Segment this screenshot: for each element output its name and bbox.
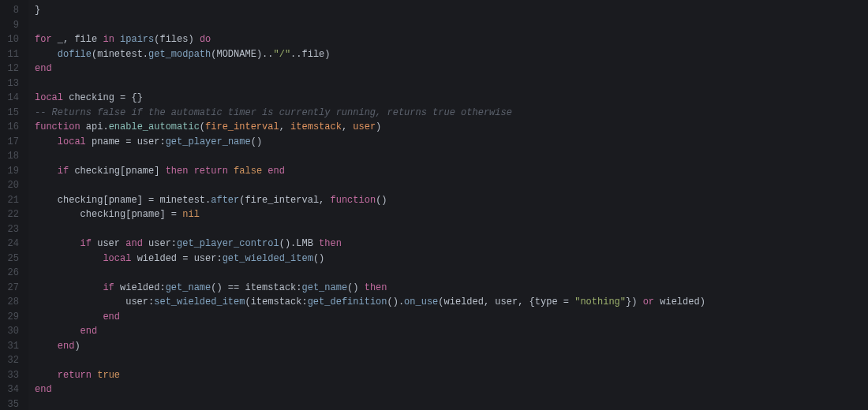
- code-line[interactable]: [35, 18, 868, 33]
- token-id: user: [92, 238, 125, 249]
- token-id: [35, 341, 58, 352]
- token-kw: and: [125, 238, 143, 249]
- code-line[interactable]: -- Returns false if the automatic timer …: [35, 106, 868, 121]
- token-p: ): [324, 49, 330, 60]
- line-number: 26: [0, 266, 19, 281]
- code-line[interactable]: return true: [35, 368, 868, 383]
- line-number: 22: [0, 207, 19, 222]
- token-p: , {: [518, 296, 535, 308]
- token-kw: end: [35, 384, 52, 395]
- token-p: :: [216, 253, 222, 264]
- token-kw: function: [35, 121, 80, 132]
- token-p: }): [626, 296, 643, 308]
- code-line[interactable]: local wielded = user:get_wielded_item(): [35, 252, 868, 266]
- token-id: type: [535, 296, 563, 308]
- line-number: 21: [0, 193, 19, 208]
- token-p: ): [700, 296, 705, 308]
- code-line[interactable]: function api.enable_automatic(fire_inter…: [35, 120, 868, 135]
- code-line[interactable]: [35, 353, 868, 368]
- code-line[interactable]: end: [35, 62, 868, 76]
- line-number: 24: [0, 237, 19, 252]
- code-line[interactable]: end): [35, 339, 868, 354]
- token-p: (): [211, 282, 228, 293]
- token-fncall: get_player_control: [177, 238, 279, 249]
- token-op: =: [171, 209, 182, 220]
- token-kw: end: [35, 63, 52, 74]
- code-line[interactable]: [35, 397, 868, 411]
- code-line[interactable]: [35, 178, 868, 193]
- token-p: (: [438, 296, 443, 308]
- token-p: {}: [131, 92, 142, 103]
- token-p: :: [159, 282, 165, 293]
- code-line[interactable]: local checking = {}: [35, 91, 868, 106]
- line-number: 13: [0, 76, 19, 91]
- token-fncall: on_use: [404, 296, 438, 308]
- code-line[interactable]: if checking[pname] then return false end: [35, 164, 868, 179]
- token-p: .: [103, 121, 108, 132]
- line-number: 35: [0, 397, 19, 411]
- token-p: ,: [279, 121, 290, 132]
- token-id: minetest: [97, 49, 143, 60]
- code-line[interactable]: end: [35, 382, 868, 397]
- code-line[interactable]: [35, 266, 868, 281]
- token-p: [: [103, 195, 108, 206]
- code-editor[interactable]: 8910111213141516171819202122232425262728…: [0, 0, 868, 410]
- code-line[interactable]: }: [35, 3, 868, 18]
- token-id: LMB: [296, 238, 319, 249]
- token-kw: local: [35, 92, 63, 103]
- token-p: ]: [137, 195, 148, 206]
- token-p: ]: [159, 209, 170, 220]
- code-line[interactable]: if wielded:get_name() == itemstack:get_n…: [35, 281, 868, 296]
- token-cmt: -- Returns false if the automatic timer …: [35, 107, 512, 118]
- token-id: user: [143, 238, 171, 249]
- code-line[interactable]: [35, 149, 868, 164]
- line-number-gutter: 8910111213141516171819202122232425262728…: [0, 0, 28, 410]
- token-kw: end: [268, 166, 285, 177]
- token-id: [35, 49, 58, 60]
- token-p: :: [301, 296, 307, 308]
- token-kw: end: [58, 341, 75, 352]
- code-line[interactable]: [35, 76, 868, 91]
- token-p: ..: [290, 49, 301, 60]
- code-area[interactable]: } for _, file in ipairs(files) do dofile…: [28, 0, 868, 410]
- token-p: ,: [63, 34, 74, 45]
- token-id: file: [302, 49, 325, 60]
- line-number: 18: [0, 149, 19, 164]
- code-line[interactable]: checking[pname] = minetest.after(fire_in…: [35, 193, 868, 208]
- code-line[interactable]: end: [35, 324, 868, 339]
- line-number: 10: [0, 32, 19, 47]
- token-kw: end: [103, 311, 120, 322]
- code-line[interactable]: dofile(minetest.get_modpath(MODNAME).."/…: [35, 47, 868, 62]
- code-line[interactable]: if user and user:get_player_control().LM…: [35, 237, 868, 252]
- token-id: checking: [69, 166, 120, 177]
- token-id: checking: [35, 209, 125, 220]
- token-op: ==: [228, 282, 245, 293]
- token-op: =: [563, 296, 574, 308]
- code-line[interactable]: [35, 222, 868, 237]
- token-kw: local: [103, 253, 131, 264]
- token-kw: local: [58, 136, 86, 147]
- token-kw: end: [80, 326, 98, 337]
- token-fncall: dofile: [58, 49, 92, 60]
- token-p: ,: [484, 296, 495, 308]
- line-number: 17: [0, 135, 19, 150]
- line-number: 11: [0, 47, 19, 62]
- token-kw: if: [103, 282, 114, 293]
- token-fncall: get_name: [301, 282, 347, 293]
- code-line[interactable]: checking[pname] = nil: [35, 207, 868, 222]
- code-line[interactable]: for _, file in ipairs(files) do: [35, 32, 868, 47]
- token-fncall: after: [211, 195, 239, 206]
- code-line[interactable]: end: [35, 310, 868, 325]
- token-fncall: set_wielded_item: [154, 296, 245, 308]
- token-id: api: [80, 121, 103, 132]
- line-number: 14: [0, 91, 19, 106]
- token-p: ().: [279, 238, 297, 249]
- line-number: 32: [0, 353, 19, 368]
- line-number: 8: [0, 3, 19, 18]
- code-line[interactable]: user:set_wielded_item(itemstack:get_defi…: [35, 295, 868, 310]
- token-p: (): [347, 282, 365, 293]
- token-id: pname: [109, 195, 137, 206]
- code-line[interactable]: local pname = user:get_player_name(): [35, 135, 868, 150]
- token-kw: for: [35, 34, 52, 45]
- line-number: 30: [0, 324, 19, 339]
